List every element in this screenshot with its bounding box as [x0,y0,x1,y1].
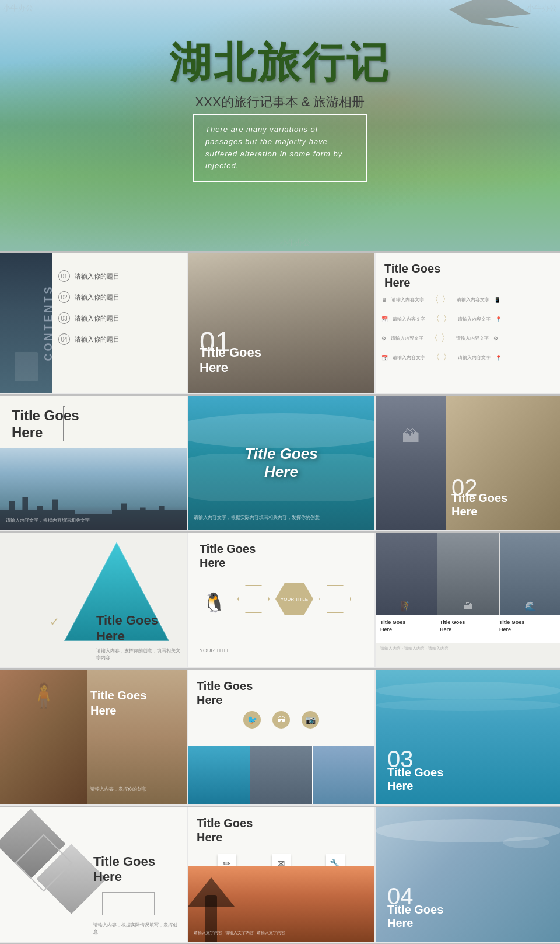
slide-04-title-text: Title Goes Here [387,903,443,930]
triangle-slide: ✓ Title Goes Here 请输入内容，发挥你的创意，填写相关文字内容 [0,533,187,667]
contents-item-1: 01 请输入你的题目 [58,270,181,282]
diamond-slide-title: Title Goes Here [93,854,155,885]
sunset-slide: Title Goes Here ✏ ✉ 🔧 请输入文字内容 请输入文字内容 请输… [188,807,374,942]
slide-04-title: 04 Title Goes Here [376,807,560,942]
phone-icon: 📱 [494,297,501,303]
location-icon: 📍 [495,316,502,322]
bird-icon: 🐦 [243,711,261,729]
slide-02-title-text: Title Goes Here [452,492,508,518]
contents-slide: CONTENTS 01 请输入你的题目 02 请输入你的题目 03 请输入你的题… [0,253,187,393]
photo-col-2: 🏔 [438,533,499,615]
person-figure: 🐧 [202,591,226,614]
row-2: CONTENTS 01 请输入你的题目 02 请输入你的题目 03 请输入你的题… [0,253,560,393]
slide-03-title: 03 Title Goes Here [376,670,560,804]
icons-ocean-title: Title Goes Here [197,679,253,707]
calendar-icon: 📅 [382,316,388,322]
col-title-2: Title Goes Here [440,619,497,638]
photo-col-3: 🌊 [500,533,560,615]
waves-slide: Title Goes Here 请输入内容文字，根据实际内容填写相关内容，发挥你… [188,396,374,530]
monitor-icon: 🖥 [382,297,387,303]
slide-3a-title: Title Goes Here [12,407,79,441]
settings-icon: ⚙ [382,336,386,342]
row-5: 🧍 Title Goes Here 请输入内容，发挥你的创意 Title Goe… [0,670,560,804]
row-4: ✓ Title Goes Here 请输入内容，发挥你的创意，填写相关文字内容 … [0,533,560,667]
icons-title-slide: Title Goes Here 🖥 请输入内容文字 〈 〉 请输入内容文字 📱 … [376,253,560,393]
slide-02-photo: 🏔 [376,396,446,530]
camera-icon: 📷 [302,711,319,729]
title-city-slide: Title Goes Here 请输入内容文字，根据内容填写相关文字 [0,396,187,530]
hexagon-1 [237,585,270,613]
cover-body-text: There are many variations of passages bu… [205,124,355,172]
slide-03-title-text: Title Goes Here [387,766,443,793]
icons-slide-title: Title Goes Here [384,262,440,290]
contents-item-2: 02 请输入你的题目 [58,291,181,303]
contents-label: CONTENTS [43,285,55,361]
ocean-photo-1 [188,746,250,804]
cover-subtitle: XXX的旅行记事本 & 旅游相册 [195,93,365,111]
location-icon-2: 📍 [495,355,502,361]
waves-slide-title: Title Goes Here [244,445,317,481]
three-col-slide: 🧗 🏔 🌊 Title Goes Here Title Goes Here [376,533,560,667]
ocean-photos-row [188,746,374,804]
cover-text-box: There are many variations of passages bu… [192,114,368,182]
icons-row: 🐦 🕶 📷 [243,711,319,729]
cover-slide: 湖北旅行记 XXX的旅行记事本 & 旅游相册 There are many va… [0,0,560,251]
mountain-photo [250,746,312,804]
contents-item-4: 04 请输入你的题目 [58,333,181,345]
diamond-slide: Title Goes Here 请输入内容，根据实际情况填写，发挥创意 [0,807,187,942]
city-photo: 请输入内容文字，根据内容填写相关文字 [0,448,187,530]
slide-01-title-text: Title Goes Here [200,345,261,375]
contents-item-3: 03 请输入你的题目 [58,312,181,324]
slide-container: 湖北旅行记 XXX的旅行记事本 & 旅游相册 There are many va… [0,0,560,944]
contents-list: 01 请输入你的题目 02 请输入你的题目 03 请输入你的题目 04 请输入你… [58,270,181,354]
gear-icon: ⚙ [494,336,498,342]
hexagon-slide-title: Title Goes Here [200,542,256,570]
hexagon-3 [319,585,351,613]
sky-photo [313,746,374,804]
person-title-slide: 🧍 Title Goes Here 请输入内容，发挥你的创意 [0,670,187,804]
checkmark-icon: ✓ [50,615,60,629]
slide-01-title: 01 Title Goes Here [188,253,374,393]
hexagon-2: YOUR TITLE [275,583,313,615]
sunset-slide-title: Title Goes Here [197,816,253,844]
photo-row: 🧗 🏔 🌊 [376,533,560,615]
icons-ocean-slide: Title Goes Here 🐦 🕶 📷 [188,670,374,804]
calendar-icon-2: 📅 [382,355,388,361]
icons-grid: 🖥 请输入内容文字 〈 〉 请输入内容文字 📱 📅 请输入内容文字 〈 〉 请输… [382,294,555,371]
person-photo: 🧍 [0,670,88,804]
photo-col-1: 🧗 [376,533,437,615]
hexagon-slide: Title Goes Here 🐧 YOUR TITLE YOUR TITLE … [188,533,374,667]
row-6: Title Goes Here 请输入内容，根据实际情况填写，发挥创意 Titl… [0,807,560,942]
row-3: Title Goes Here 请输入内容文字，根据内容填写相关文字 Title… [0,396,560,530]
person-slide-title: Title Goes Here [90,688,146,718]
glasses-icon: 🕶 [272,711,290,729]
triangle-slide-title: Title Goes Here [96,613,158,644]
slide-02-title: 🏔 02 Title Goes Here [376,396,560,530]
col-title-1: Title Goes Here [380,619,438,638]
cover-title: 湖北旅行记 [169,35,391,91]
col-title-3: Title Goes Here [499,619,556,638]
